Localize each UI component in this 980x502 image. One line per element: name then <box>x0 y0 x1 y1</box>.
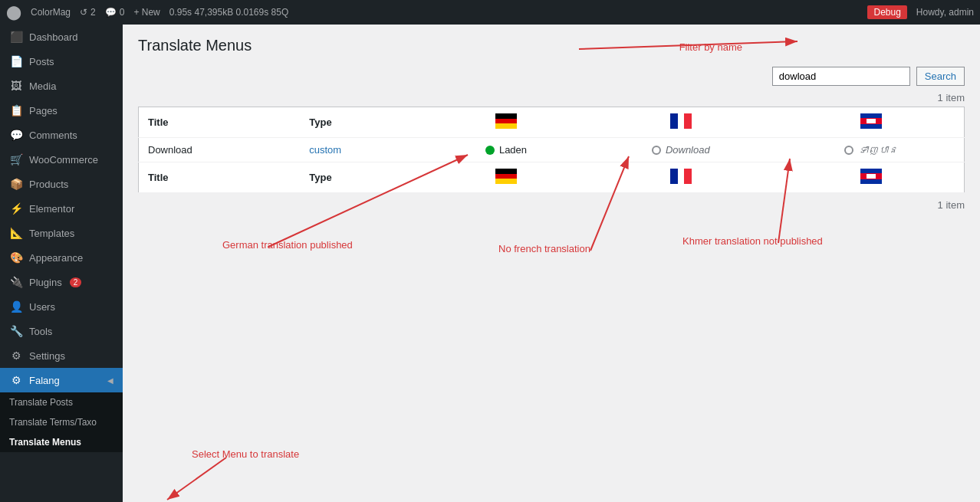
debug-button[interactable]: Debug <box>867 5 906 19</box>
sidebar-item-comments[interactable]: 💬 Comments <box>0 123 123 147</box>
woocommerce-icon: 🛒 <box>9 153 23 166</box>
svg-rect-10 <box>495 174 517 179</box>
svg-rect-14 <box>684 169 692 184</box>
french-flag-header <box>670 113 692 129</box>
falang-collapse-icon: ◀ <box>107 376 113 385</box>
metrics: 0.95s 47,395kB 0.0169s 85Q <box>169 7 288 18</box>
tools-icon: 🔧 <box>9 325 23 337</box>
col-type-footer-top: Type <box>300 162 429 193</box>
sidebar-item-settings[interactable]: ⚙ Settings <box>0 343 123 368</box>
sidebar-item-tools[interactable]: 🔧 Tools <box>0 319 123 343</box>
svg-rect-5 <box>684 113 692 129</box>
sidebar-item-elementor[interactable]: ⚡ Elementor <box>0 196 123 221</box>
user-greeting[interactable]: Howdy, admin <box>916 7 974 18</box>
falang-icon: ⚙ <box>9 374 23 386</box>
khmer-flag-header <box>860 113 882 129</box>
row-de[interactable]: Laden <box>429 138 583 162</box>
sidebar-item-products[interactable]: 📦 Products <box>0 172 123 196</box>
posts-icon: 📄 <box>9 55 23 67</box>
plugins-badge: 2 <box>70 277 82 287</box>
comments-count[interactable]: 💬 0 <box>105 7 125 18</box>
sidebar-item-appearance[interactable]: 🎨 Appearance <box>0 245 123 270</box>
products-icon: 📦 <box>9 178 23 190</box>
main-content: Translate Menus Search 1 item Title Type <box>123 25 980 502</box>
fr-status-dot <box>652 146 661 155</box>
khmer-annotation: Khmer translation not published <box>682 235 823 247</box>
plugins-icon: 🔌 <box>9 276 23 288</box>
de-translation-text: Laden <box>499 144 527 156</box>
item-count-top: 1 item <box>138 92 965 103</box>
svg-rect-9 <box>495 169 517 174</box>
sidebar-item-pages[interactable]: 📋 Pages <box>0 98 123 123</box>
col-type-top: Type <box>300 107 429 138</box>
settings-icon: ⚙ <box>9 349 23 362</box>
sidebar-item-falang[interactable]: ⚙ Falang ◀ <box>0 368 123 392</box>
select-menu-annotation: Select Menu to translate <box>192 448 299 460</box>
falang-submenu: Translate Posts Translate Terms/Taxo Tra… <box>0 392 123 452</box>
fr-translation-text: Download <box>666 144 710 156</box>
sidebar-item-translate-terms[interactable]: Translate Terms/Taxo <box>0 412 123 432</box>
svg-rect-4 <box>678 113 684 129</box>
table-header-top: Title Type <box>139 107 965 138</box>
wp-logo: ⬤ <box>6 4 21 21</box>
search-button[interactable]: Search <box>916 67 965 86</box>
svg-rect-8 <box>867 119 876 123</box>
col-kh-top <box>779 107 965 138</box>
sidebar-item-templates[interactable]: 📐 Templates <box>0 221 123 245</box>
sidebar-item-users[interactable]: 👤 Users <box>0 294 123 319</box>
col-de-footer-top <box>429 162 583 193</box>
svg-rect-2 <box>495 123 517 129</box>
page-title: Translate Menus <box>138 37 965 54</box>
translate-menus-table-top: Title Type <box>138 107 965 193</box>
item-count-bottom: 1 item <box>138 199 965 211</box>
comments-icon: 💬 <box>9 129 23 141</box>
svg-rect-11 <box>495 179 517 184</box>
svg-rect-3 <box>670 113 678 129</box>
media-icon: 🖼 <box>9 80 23 92</box>
col-kh-footer-top <box>779 162 965 193</box>
site-name[interactable]: ColorMag <box>31 7 71 18</box>
german-annotation: German translation published <box>222 239 353 251</box>
svg-rect-0 <box>495 113 517 119</box>
german-flag-header <box>495 113 517 129</box>
col-title-top: Title <box>139 107 301 138</box>
sidebar-item-translate-posts[interactable]: Translate Posts <box>0 392 123 412</box>
svg-rect-1 <box>495 119 517 123</box>
row-title: Download <box>139 138 301 162</box>
filter-input[interactable] <box>772 67 910 86</box>
svg-rect-17 <box>867 174 876 179</box>
sidebar-item-posts[interactable]: 📄 Posts <box>0 49 123 74</box>
sidebar-item-translate-menus[interactable]: Translate Menus <box>0 432 123 452</box>
col-fr-top <box>583 107 779 138</box>
row-kh[interactable]: ទាញបាន <box>779 138 965 162</box>
french-annotation: No french translation <box>498 243 590 254</box>
updates-count[interactable]: ↺ 2 <box>80 7 96 18</box>
de-status-dot <box>485 146 495 155</box>
templates-icon: 📐 <box>9 227 23 239</box>
kh-translation-text: ទាញបាន <box>858 144 898 156</box>
col-title-footer-top: Title <box>139 162 301 193</box>
svg-line-23 <box>167 458 226 500</box>
elementor-icon: ⚡ <box>9 202 23 215</box>
sidebar-item-dashboard[interactable]: ⬛ Dashboard <box>0 25 123 49</box>
dashboard-icon: ⬛ <box>9 31 23 43</box>
svg-rect-13 <box>678 169 684 184</box>
sidebar-item-woocommerce[interactable]: 🛒 WooCommerce <box>0 147 123 172</box>
kh-status-dot <box>844 146 853 155</box>
filter-area: Search <box>138 67 965 86</box>
users-icon: 👤 <box>9 300 23 313</box>
new-item[interactable]: + New <box>133 7 159 18</box>
sidebar-item-media[interactable]: 🖼 Media <box>0 74 123 98</box>
row-fr[interactable]: Download <box>583 138 779 162</box>
row-type: custom <box>300 138 429 162</box>
col-fr-footer-top <box>583 162 779 193</box>
pages-icon: 📋 <box>9 104 23 116</box>
table-row: Download custom Laden Download <box>139 138 965 162</box>
sidebar-item-plugins[interactable]: 🔌 Plugins 2 <box>0 270 123 294</box>
table-footer-top: Title Type <box>139 162 965 193</box>
admin-bar: ⬤ ColorMag ↺ 2 💬 0 + New 0.95s 47,395kB … <box>0 0 980 25</box>
col-de-top <box>429 107 583 138</box>
appearance-icon: 🎨 <box>9 251 23 264</box>
svg-rect-12 <box>670 169 678 184</box>
sidebar: ⬛ Dashboard 📄 Posts 🖼 Media 📋 Pages 💬 Co… <box>0 25 123 502</box>
